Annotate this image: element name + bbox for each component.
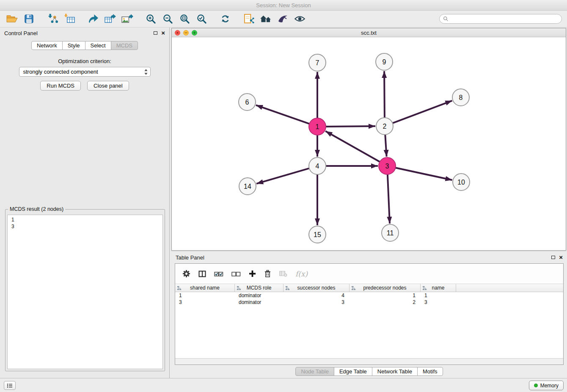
column-sort-icon (351, 286, 356, 290)
network-graph[interactable]: 7968124314101511 (172, 37, 566, 250)
network-canvas[interactable]: 7968124314101511 (172, 37, 566, 250)
float-table-panel-icon[interactable] (551, 256, 555, 259)
node-label: 15 (314, 231, 321, 238)
node-2[interactable]: 2 (376, 118, 393, 135)
node-label: 3 (385, 163, 389, 170)
table-row[interactable]: 1dominator411 (175, 292, 563, 299)
column-header-predecessor-nodes[interactable]: predecessor nodes (350, 284, 421, 292)
node-3[interactable]: 3 (379, 157, 396, 174)
tab-select[interactable]: Select (85, 41, 111, 50)
node-label: 4 (316, 163, 319, 170)
window-titlebar[interactable]: Session: New Session (0, 0, 567, 11)
show-panels-button[interactable] (4, 381, 16, 390)
tab-network[interactable]: Network (31, 41, 63, 50)
open-session-icon[interactable] (3, 12, 20, 26)
criterion-dropdown[interactable]: strongly connected component (19, 67, 151, 77)
float-panel-icon[interactable] (154, 31, 157, 35)
node-label: 10 (457, 179, 465, 186)
edge-3-11[interactable] (388, 174, 390, 224)
column-header-shared-name[interactable]: shared name (175, 284, 235, 292)
refresh-icon[interactable] (217, 12, 234, 26)
table-cell: dominator (235, 293, 284, 298)
node-6[interactable]: 6 (239, 94, 256, 110)
node-7[interactable]: 7 (309, 54, 326, 71)
search-box[interactable] (439, 14, 562, 24)
edge-3-10[interactable] (396, 168, 452, 180)
table-header-row: shared nameMCDS rolesuccessor nodesprede… (175, 284, 563, 292)
node-4[interactable]: 4 (309, 157, 326, 174)
zoom-fit-icon[interactable] (176, 12, 193, 26)
tab-edge-table[interactable]: Edge Table (334, 367, 372, 376)
table-tabs: Node TableEdge TableNetwork TableMotifs (171, 367, 567, 376)
deselect-all-icon[interactable] (231, 271, 241, 277)
close-control-panel-icon[interactable]: × (161, 30, 165, 36)
show-columns-icon[interactable] (198, 271, 206, 277)
style-brush-icon[interactable] (274, 12, 291, 26)
table-cell: 3 (284, 299, 350, 305)
tab-node-table[interactable]: Node Table (295, 367, 334, 376)
tab-motifs[interactable]: Motifs (417, 367, 443, 376)
node-8[interactable]: 8 (452, 89, 469, 106)
add-row-icon[interactable] (249, 270, 256, 277)
minimize-window-icon[interactable] (183, 30, 189, 36)
table-cell: 3 (175, 299, 235, 305)
tab-mcds[interactable]: MCDS (111, 41, 138, 50)
delete-row-icon[interactable] (264, 270, 271, 278)
node-15[interactable]: 15 (309, 226, 326, 243)
column-header-mcds-role[interactable]: MCDS role (235, 284, 284, 292)
edge-2-9[interactable] (384, 71, 385, 118)
mcds-result-line: 1 (11, 216, 162, 223)
home-icon[interactable] (257, 12, 274, 26)
criterion-value: strongly connected component (23, 69, 98, 75)
node-10[interactable]: 10 (453, 174, 470, 190)
network-window: scc.txt 7968124314101511 (171, 28, 566, 251)
export-table-icon[interactable] (102, 12, 118, 26)
edge-2-3[interactable] (385, 135, 386, 157)
column-header-name[interactable]: name (421, 284, 456, 292)
export-network-icon[interactable] (85, 12, 102, 26)
node-1[interactable]: 1 (309, 118, 326, 135)
zoom-window-icon[interactable] (192, 30, 197, 36)
edge-2-8[interactable] (393, 101, 452, 123)
table-cell: dominator (235, 299, 284, 305)
node-11[interactable]: 11 (382, 224, 399, 241)
search-icon (443, 16, 449, 22)
edge-4-14[interactable] (256, 168, 309, 184)
edge-3-1[interactable] (325, 131, 380, 162)
horizontal-scrollbar[interactable] (175, 358, 563, 364)
table-settings-gear-icon[interactable] (182, 270, 190, 278)
edge-1-2[interactable] (326, 126, 375, 127)
zoom-out-icon[interactable] (159, 12, 176, 26)
control-panel-tabs: NetworkStyleSelectMCDS (0, 41, 169, 50)
close-panel-button[interactable]: Close panel (87, 81, 129, 91)
mcds-result-list[interactable]: 13 (7, 215, 163, 369)
import-network-icon[interactable] (44, 12, 61, 26)
save-session-icon[interactable] (20, 12, 37, 26)
export-image-icon[interactable] (118, 12, 135, 26)
column-sort-icon (237, 286, 241, 290)
tab-network-table[interactable]: Network Table (372, 367, 418, 376)
table-panel-title: Table Panel (176, 254, 204, 261)
run-mcds-button[interactable]: Run MCDS (40, 81, 81, 91)
edge-1-6[interactable] (256, 105, 309, 124)
select-all-icon[interactable] (214, 271, 223, 277)
close-table-panel-icon[interactable]: × (559, 255, 563, 260)
node-9[interactable]: 9 (376, 53, 393, 70)
table-cell: 2 (350, 299, 421, 305)
eye-icon[interactable] (291, 12, 308, 26)
close-window-icon[interactable] (175, 30, 180, 36)
network-window-titlebar[interactable]: scc.txt (172, 28, 566, 37)
node-14[interactable]: 14 (239, 178, 256, 195)
table-row[interactable]: 3dominator323 (175, 299, 563, 306)
clipboard-network-icon[interactable] (240, 12, 257, 26)
import-table-icon[interactable] (61, 12, 78, 26)
tab-style[interactable]: Style (62, 41, 85, 50)
application-window: Session: New Session (0, 0, 567, 392)
search-input[interactable] (451, 15, 561, 23)
list-icon (7, 383, 13, 388)
control-panel: Control Panel × NetworkStyleSelectMCDS O… (0, 28, 170, 378)
zoom-selected-icon[interactable] (193, 12, 210, 26)
zoom-in-icon[interactable] (142, 12, 159, 26)
memory-button[interactable]: Memory (529, 381, 564, 390)
column-header-successor-nodes[interactable]: successor nodes (284, 284, 350, 292)
